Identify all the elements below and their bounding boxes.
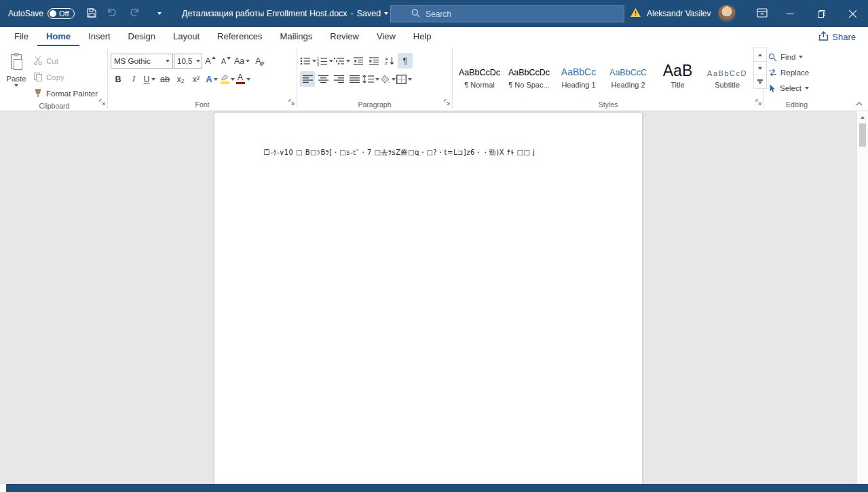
share-button[interactable]: Share — [818, 27, 856, 46]
show-hide-marks-button[interactable]: ¶ — [398, 53, 413, 69]
tab-design[interactable]: Design — [119, 27, 164, 46]
copy-button[interactable]: Copy — [31, 71, 100, 84]
select-button[interactable]: Select — [768, 81, 829, 95]
paste-clipboard-icon — [9, 53, 24, 73]
style-name: Heading 2 — [611, 81, 645, 89]
account-name[interactable]: Aleksandr Vasilev — [647, 0, 711, 27]
format-painter-button[interactable]: Format Painter — [31, 87, 100, 100]
clear-formatting-button[interactable]: A — [250, 53, 265, 69]
tab-home[interactable]: Home — [37, 27, 79, 46]
align-right-button[interactable] — [331, 71, 346, 87]
increase-indent-button[interactable] — [366, 53, 381, 69]
avatar[interactable] — [718, 5, 736, 22]
paragraph-dialog-launcher[interactable] — [444, 96, 450, 108]
minimize-button[interactable] — [774, 0, 806, 27]
vertical-scrollbar[interactable] — [856, 111, 868, 484]
tab-help[interactable]: Help — [404, 27, 440, 46]
change-case-button[interactable]: Aa — [234, 53, 250, 69]
style-heading-1[interactable]: AaBbCc Heading 1 — [554, 48, 603, 91]
multilevel-list-button[interactable] — [334, 53, 350, 69]
font-name-combo[interactable]: MS Gothic — [111, 54, 173, 69]
autosave-switch[interactable]: Off — [48, 8, 74, 19]
style-title[interactable]: AaB Title — [654, 48, 702, 91]
superscript-button[interactable]: x² — [189, 71, 204, 87]
tab-mailings[interactable]: Mailings — [271, 27, 322, 46]
shrink-font-button[interactable]: A — [219, 53, 233, 69]
format-painter-label: Format Painter — [46, 90, 98, 98]
tab-layout[interactable]: Layout — [164, 27, 208, 46]
grow-font-icon: A — [205, 56, 210, 66]
font-group-label: Font — [195, 100, 209, 109]
replace-icon — [768, 69, 777, 77]
font-dialog-launcher[interactable] — [288, 96, 295, 108]
save-status[interactable]: Saved — [357, 9, 381, 18]
align-left-button[interactable] — [300, 71, 315, 87]
justify-button[interactable] — [347, 71, 362, 87]
document-title-text: Детализация работы Enrollment Host.docx — [182, 9, 347, 18]
clipboard-dialog-launcher[interactable] — [99, 96, 105, 108]
document-page[interactable]: □゚-ｸ-v10 □ B□ｼBﾗ[・□s-ﾋﾟ・7 □去ﾗsZ療□q・□?・t=… — [214, 113, 642, 484]
scroll-up-button[interactable] — [857, 113, 868, 122]
close-button[interactable] — [837, 0, 868, 27]
text-effects-button[interactable]: A — [204, 71, 219, 87]
find-button[interactable]: Find — [768, 50, 829, 64]
search-input[interactable]: Search — [390, 5, 624, 22]
shading-icon — [380, 75, 390, 84]
find-label: Find — [780, 53, 795, 61]
tab-review[interactable]: Review — [321, 27, 368, 46]
customize-quick-access-button[interactable] — [149, 0, 170, 27]
clipboard-group: Paste Cut Copy — [1, 46, 107, 111]
tab-view[interactable]: View — [368, 27, 404, 46]
align-center-button[interactable] — [316, 71, 331, 87]
font-color-button[interactable]: A — [235, 71, 250, 87]
restore-button[interactable] — [806, 0, 837, 27]
paste-chevron-icon — [14, 84, 18, 87]
tab-references[interactable]: References — [208, 27, 271, 46]
search-placeholder: Search — [426, 10, 451, 19]
ribbon-display-options-button[interactable] — [752, 0, 772, 27]
bullets-button[interactable] — [300, 53, 316, 69]
numbering-button[interactable]: 123 — [317, 53, 333, 69]
cut-button[interactable]: Cut — [31, 54, 100, 68]
shading-button[interactable] — [380, 71, 396, 87]
chevron-down-icon — [157, 12, 162, 15]
chevron-down-icon — [166, 60, 170, 62]
grow-font-button[interactable]: A — [203, 53, 218, 69]
scrollbar-thumb[interactable] — [859, 124, 866, 147]
collapse-ribbon-button[interactable] — [856, 96, 863, 109]
styles-dialog-launcher[interactable] — [755, 96, 761, 108]
highlight-color-button[interactable] — [220, 71, 235, 87]
ribbon-home: Paste Cut Copy — [0, 46, 868, 111]
save-button[interactable] — [81, 0, 102, 27]
title-bar: AutoSave Off Детализация работы Enrollme… — [0, 0, 868, 27]
tab-insert[interactable]: Insert — [79, 27, 119, 46]
borders-button[interactable] — [396, 71, 412, 87]
tab-file[interactable]: File — [5, 27, 37, 46]
autosave-toggle[interactable]: AutoSave Off — [8, 0, 75, 27]
sort-arrow-icon — [390, 57, 394, 65]
style-no-spacing[interactable]: AaBbCcDc ¶ No Spac... — [505, 48, 553, 91]
strikethrough-icon: ab — [160, 75, 170, 84]
copy-label: Copy — [46, 73, 64, 81]
undo-icon — [107, 7, 117, 20]
subscript-button[interactable]: x₂ — [173, 71, 188, 87]
line-spacing-button[interactable] — [362, 71, 379, 87]
style-heading-2[interactable]: AaBbCcC Heading 2 — [604, 48, 652, 91]
italic-button[interactable]: I — [126, 71, 141, 87]
underline-button[interactable]: U — [142, 71, 157, 87]
style-subtitle[interactable]: AaBbCcD Subtitle — [703, 48, 751, 91]
bold-button[interactable]: B — [111, 71, 126, 87]
warning-button[interactable] — [630, 0, 641, 27]
font-size-combo[interactable]: 10,5 — [174, 54, 202, 69]
undo-button[interactable] — [102, 0, 122, 27]
replace-button[interactable]: Replace — [768, 66, 829, 79]
redo-button[interactable] — [124, 0, 145, 27]
strikethrough-button[interactable]: ab — [157, 71, 172, 87]
paste-button[interactable]: Paste — [1, 52, 31, 100]
chevron-down-icon — [805, 87, 809, 90]
save-status-chevron-icon[interactable] — [384, 12, 388, 15]
style-normal[interactable]: AaBbCcDc ¶ Normal — [455, 48, 504, 91]
sort-button[interactable]: A Z — [382, 53, 397, 69]
document-text-line[interactable]: □゚-ｸ-v10 □ B□ｼBﾗ[・□s-ﾋﾟ・7 □去ﾗsZ療□q・□?・t=… — [263, 148, 535, 157]
decrease-indent-button[interactable] — [351, 53, 366, 69]
